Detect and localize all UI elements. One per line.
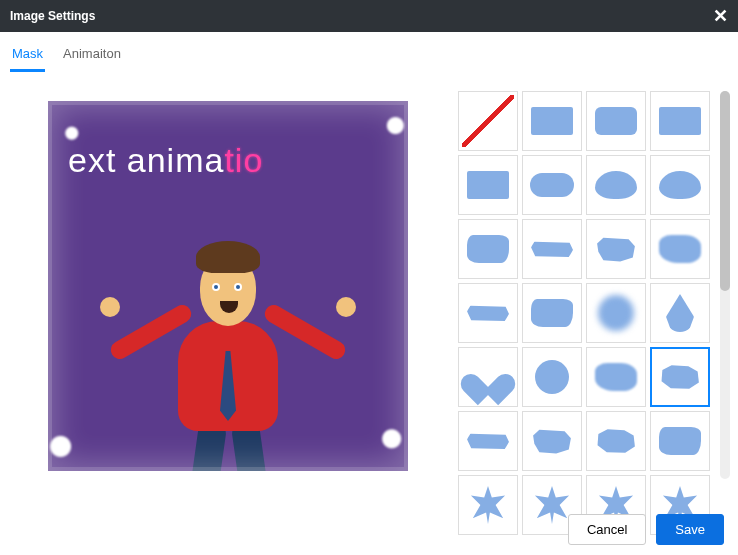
mask-shape-icon (467, 304, 509, 322)
mask-shape-icon (469, 486, 507, 524)
mask-shape-icon (535, 360, 569, 394)
mask-shape-icon (531, 427, 573, 455)
cancel-button[interactable]: Cancel (568, 514, 646, 545)
tabs: Mask Animaiton (0, 32, 738, 73)
preview-text: ext animatio (68, 141, 398, 180)
mask-shape-icon (598, 295, 634, 331)
mask-shape-icon (467, 235, 509, 263)
tab-mask[interactable]: Mask (10, 40, 45, 72)
preview-text-plain: ext anima (68, 141, 224, 179)
mask-option-cloud1[interactable] (586, 155, 646, 215)
mask-option-roundrect[interactable] (586, 91, 646, 151)
mask-option-pill[interactable] (522, 155, 582, 215)
mask-shape-icon (659, 107, 701, 135)
mask-option-blur-circle[interactable] (586, 283, 646, 343)
mask-option-circle[interactable] (522, 347, 582, 407)
mask-shape-icon (470, 361, 506, 393)
mask-shape-icon (595, 235, 637, 263)
mask-option-heart[interactable] (458, 347, 518, 407)
mask-option-rect[interactable] (522, 91, 582, 151)
mask-option-brush-sel[interactable] (650, 347, 710, 407)
preview-text-accent: tio (224, 141, 263, 179)
mask-shape-icon (595, 427, 637, 455)
mask-option-brush-d[interactable] (650, 219, 710, 279)
mask-shape-icon (467, 171, 509, 199)
mask-shape-icon (467, 432, 509, 450)
mask-shape-icon (531, 107, 573, 135)
mask-option-splat-b[interactable] (586, 411, 646, 471)
mask-option-brush-g[interactable] (586, 347, 646, 407)
mask-shape-icon (595, 363, 637, 391)
mask-shape-icon (531, 240, 573, 258)
mask-option-drop[interactable] (650, 283, 710, 343)
mask-shape-icon (659, 235, 701, 263)
mask-option-none[interactable] (458, 91, 518, 151)
mask-grid (458, 91, 710, 535)
mask-option-splat-a[interactable] (522, 411, 582, 471)
mask-shape-icon (530, 173, 574, 197)
mask-option-rect3[interactable] (458, 155, 518, 215)
mask-option-cloud2[interactable] (650, 155, 710, 215)
mask-option-brush-f[interactable] (522, 283, 582, 343)
mask-shape-icon (659, 363, 701, 391)
dialog-footer: Cancel Save (554, 504, 738, 555)
preview-character (108, 211, 348, 471)
mask-option-brush-h[interactable] (650, 411, 710, 471)
mask-shape-icon (659, 171, 701, 199)
mask-option-stroke-a[interactable] (458, 411, 518, 471)
mask-option-brush-e[interactable] (458, 283, 518, 343)
mask-option-rect2[interactable] (650, 91, 710, 151)
scrollbar-thumb[interactable] (720, 91, 730, 291)
preview-area: ext animatio (18, 91, 438, 535)
mask-scrollbar[interactable] (720, 91, 730, 479)
dialog-content: ext animatio (0, 73, 738, 535)
preview-canvas: ext animatio (48, 101, 408, 471)
dialog-title: Image Settings (10, 9, 95, 23)
mask-shape-icon (531, 299, 573, 327)
mask-option-brush-a[interactable] (458, 219, 518, 279)
mask-shape-icon (666, 294, 694, 332)
dialog-titlebar: Image Settings ✕ (0, 0, 738, 32)
mask-panel (438, 91, 730, 535)
mask-option-brush-b[interactable] (522, 219, 582, 279)
save-button[interactable]: Save (656, 514, 724, 545)
mask-option-brush-c[interactable] (586, 219, 646, 279)
tab-animation[interactable]: Animaiton (61, 40, 123, 72)
mask-shape-icon (659, 427, 701, 455)
mask-shape-icon (460, 93, 516, 149)
mask-shape-icon (595, 171, 637, 199)
mask-shape-icon (595, 107, 637, 135)
close-icon[interactable]: ✕ (713, 7, 728, 25)
mask-option-splat-c[interactable] (458, 475, 518, 535)
